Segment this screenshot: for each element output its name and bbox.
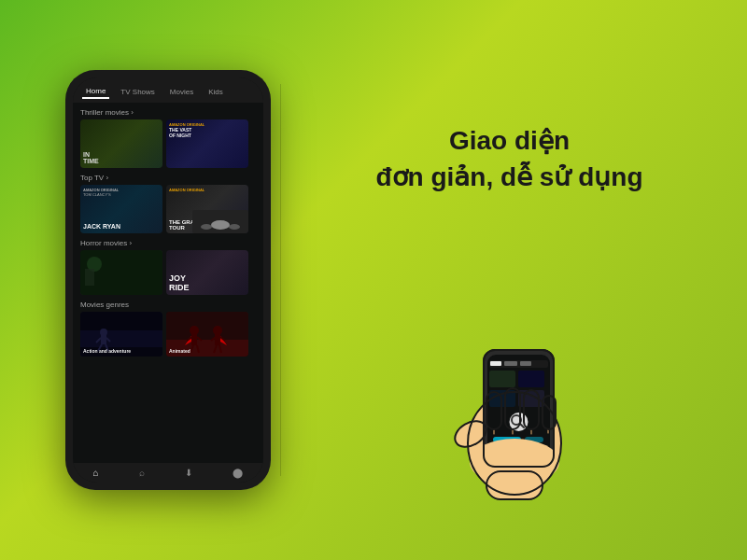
svg-point-1 [201,224,212,230]
joy-ride-title: JOYRIDE [169,273,190,292]
vast-night-card[interactable]: AMAZON ORIGINAL THE VASTOF NIGHT [166,119,248,168]
main-container: Home TV Shows Movies Kids Thriller movie… [0,0,747,560]
phone-mockup: Home TV Shows Movies Kids Thriller movie… [65,70,271,490]
svg-point-18 [190,326,199,335]
nav-home[interactable]: Home [82,85,109,99]
genres-section: Movies genres [80,301,256,357]
illustration-section [416,280,603,523]
home-icon[interactable]: ⌂ [93,468,99,478]
thriller-title: Thriller movies › [80,108,256,117]
svg-rect-40 [504,361,517,366]
genres-row: Action and adventure [80,312,256,357]
grand-tour-image [192,210,248,233]
jack-ryan-sublabel: TOM CLANCY'S [83,192,111,197]
purge-bg [80,250,162,295]
tagline-line2: đơn giản, dễ sử dụng [375,162,642,191]
svg-rect-39 [490,361,501,366]
hand-phone-illustration [416,299,603,504]
horror-section: Horror movies › THE PURGE:ANARCHY [80,239,256,295]
action-genre-card[interactable]: Action and adventure [80,312,162,357]
action-genre-label: Action and adventure [83,348,131,354]
animated-genre-card[interactable]: Animated [166,312,248,357]
tagline: Giao diện đơn giản, dễ sử dụng [375,122,642,195]
purge-card[interactable]: THE PURGE:ANARCHY [80,250,162,295]
svg-rect-42 [489,371,515,387]
svg-rect-41 [520,361,531,366]
amazon-badge-grand: AMAZON ORIGINAL [169,188,204,192]
svg-point-3 [211,220,230,230]
download-icon[interactable]: ⬇ [185,468,192,478]
nav-movies[interactable]: Movies [166,86,197,98]
vast-title: THE VASTOF NIGHT [169,127,191,138]
svg-point-2 [229,224,240,230]
phone-screen: Home TV Shows Movies Kids Thriller movie… [73,77,263,483]
svg-rect-6 [85,269,94,286]
tagline-line1: Giao diện [449,126,570,155]
svg-point-24 [213,326,222,335]
jack-ryan-card[interactable]: AMAZON ORIGINAL TOM CLANCY'S JACK RYAN [80,185,162,233]
horror-title: Horror movies › [80,239,256,247]
nav-kids[interactable]: Kids [204,86,227,98]
svg-rect-43 [518,371,544,387]
bottom-nav: ⌂ ⌕ ⬇ ⬤ [73,463,263,483]
profile-icon[interactable]: ⬤ [233,468,243,478]
content-area: Thriller movies › INTIME AMAZON ORIGINAL… [73,103,263,463]
horror-row: THE PURGE:ANARCHY JOYRIDE [80,250,256,295]
nav-bar: Home TV Shows Movies Kids [73,77,263,103]
svg-point-10 [100,329,107,336]
right-panel: Giao diện đơn giản, dễ sử dụng [290,19,710,541]
jack-ryan-title: JACK RYAN [83,223,120,231]
top-tv-section: Top TV › AMAZON ORIGINAL TOM CLANCY'S JA… [80,174,256,233]
svg-rect-25 [215,334,220,345]
genres-title: Movies genres [80,301,256,309]
text-section: Giao diện đơn giản, dễ sử dụng [375,37,642,280]
grand-tour-card[interactable]: AMAZON ORIGINAL THE GRANDTOUR [166,185,248,233]
in-time-label: INTIME [83,151,99,165]
search-icon[interactable]: ⌕ [139,468,145,478]
svg-rect-19 [191,334,197,345]
top-tv-row: AMAZON ORIGINAL TOM CLANCY'S JACK RYAN A… [80,185,256,233]
joy-ride-card[interactable]: JOYRIDE [166,250,248,295]
top-tv-title: Top TV › [80,174,256,182]
thriller-section: Thriller movies › INTIME AMAZON ORIGINAL… [80,108,256,168]
nav-tv-shows[interactable]: TV Shows [117,86,158,98]
svg-rect-11 [101,335,106,344]
thriller-row: INTIME AMAZON ORIGINAL THE VASTOF NIGHT [80,119,256,168]
in-time-card[interactable]: INTIME [80,119,162,168]
animated-genre-label: Animated [169,348,190,354]
divider [280,84,281,476]
